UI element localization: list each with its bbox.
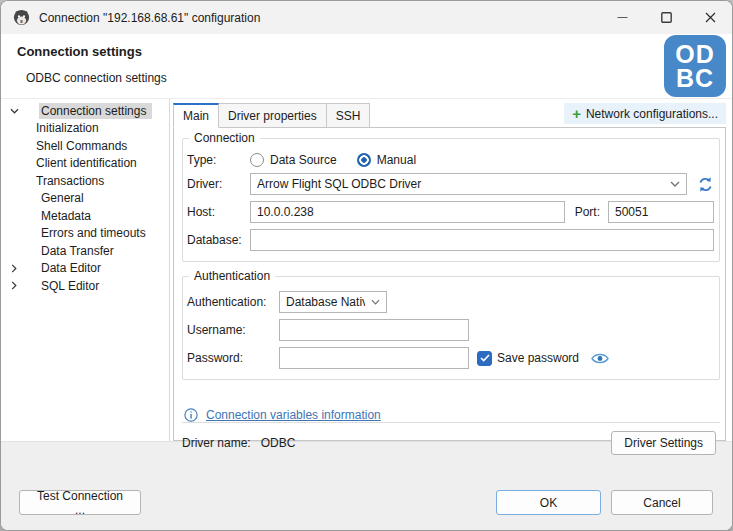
data-source-radio[interactable]: Data Source — [250, 153, 337, 167]
sidebar-item-label: Shell Commands — [34, 138, 133, 154]
password-label: Password: — [187, 351, 279, 365]
port-input[interactable] — [608, 201, 714, 223]
chevron-right-icon — [7, 264, 21, 273]
window-title: Connection "192.168.68.61" configuration — [39, 11, 260, 25]
minimize-icon — [617, 12, 628, 23]
sidebar-item-label: Transactions — [34, 173, 110, 189]
driver-name-row: Driver name: ODBC Driver Settings — [182, 422, 720, 463]
driver-name-label: Driver name: — [182, 436, 251, 450]
sidebar-item-label: Data Editor — [39, 260, 107, 276]
maximize-button[interactable] — [644, 1, 688, 34]
dbeaver-app-icon — [13, 9, 30, 26]
type-label: Type: — [187, 153, 250, 167]
info-icon — [184, 408, 198, 422]
password-input[interactable] — [279, 347, 469, 369]
close-icon — [705, 12, 716, 23]
refresh-driver-icon[interactable] — [697, 176, 714, 193]
network-configurations-label: Network configurations... — [586, 107, 718, 121]
radio-circle-icon — [357, 153, 371, 167]
cancel-button[interactable]: Cancel — [611, 490, 713, 515]
manual-radio-label: Manual — [377, 153, 416, 167]
sidebar-item-label: Errors and timeouts — [39, 225, 152, 241]
page-subtitle: ODBC connection settings — [26, 71, 167, 85]
sidebar-item-errors-and-timeouts[interactable]: Errors and timeouts — [1, 225, 169, 243]
sidebar-item-label: Metadata — [39, 208, 97, 224]
authentication-label: Authentication: — [187, 295, 279, 309]
ok-button[interactable]: OK — [496, 490, 601, 515]
tab-bar: MainDriver propertiesSSH + Network confi… — [173, 101, 726, 127]
chevron-down-icon — [371, 299, 380, 305]
host-input[interactable] — [250, 201, 565, 223]
tab-driver-properties[interactable]: Driver properties — [219, 103, 327, 128]
sidebar-item-label: Client identification — [34, 155, 143, 171]
odbc-logo: OD BC — [664, 35, 726, 97]
sidebar-item-label: Connection settings — [39, 103, 152, 119]
odbc-logo-line1: OD — [675, 42, 715, 66]
authentication-combobox[interactable]: Database Native — [279, 291, 387, 313]
plus-icon: + — [572, 106, 581, 121]
sidebar-item-general[interactable]: General — [1, 190, 169, 208]
maximize-icon — [661, 12, 672, 23]
username-input[interactable] — [279, 319, 469, 341]
connection-configuration-dialog: Connection "192.168.68.61" configuration… — [0, 0, 733, 531]
authentication-combobox-value: Database Native — [286, 295, 365, 309]
sidebar-item-label: General — [39, 190, 90, 206]
sidebar-item-data-transfer[interactable]: Data Transfer — [1, 242, 169, 260]
title-bar: Connection "192.168.68.61" configuration — [1, 1, 732, 34]
authentication-group-legend: Authentication — [189, 269, 275, 283]
sidebar-item-client-identification[interactable]: Client identification — [1, 155, 169, 173]
database-input[interactable] — [250, 229, 714, 251]
sidebar-item-connection-settings[interactable]: Connection settings — [1, 102, 169, 120]
driver-settings-button[interactable]: Driver Settings — [611, 431, 716, 455]
chevron-right-icon — [7, 281, 21, 290]
main-tab-panel: Connection Type: Data Source Manual — [173, 127, 726, 441]
main-content: MainDriver propertiesSSH + Network confi… — [170, 99, 732, 441]
check-icon — [480, 354, 490, 362]
sidebar-item-sql-editor[interactable]: SQL Editor — [1, 277, 169, 295]
sidebar-item-initialization[interactable]: Initialization — [1, 120, 169, 138]
host-label: Host: — [187, 205, 250, 219]
variables-link-row: Connection variables information — [184, 408, 720, 422]
sidebar-item-shell-commands[interactable]: Shell Commands — [1, 137, 169, 155]
odbc-logo-line2: BC — [676, 66, 714, 90]
connection-group: Connection Type: Data Source Manual — [182, 138, 720, 262]
sidebar-item-label: Initialization — [34, 120, 105, 136]
settings-tree: Connection settingsInitializationShell C… — [1, 99, 170, 441]
radio-circle-icon — [250, 153, 264, 167]
sidebar-item-label: SQL Editor — [39, 278, 105, 294]
minimize-button[interactable] — [600, 1, 644, 34]
driver-name-value: ODBC — [261, 436, 296, 450]
close-button[interactable] — [688, 1, 732, 34]
dialog-header: Connection settings ODBC connection sett… — [1, 34, 732, 99]
page-title: Connection settings — [17, 44, 142, 59]
connection-variables-link[interactable]: Connection variables information — [206, 408, 381, 422]
data-source-radio-label: Data Source — [270, 153, 337, 167]
test-connection-button[interactable]: Test Connection ... — [19, 490, 141, 515]
network-configurations-button[interactable]: + Network configurations... — [564, 103, 726, 124]
sidebar-item-transactions[interactable]: Transactions — [1, 172, 169, 190]
save-password-label: Save password — [497, 351, 579, 365]
database-label: Database: — [187, 233, 250, 247]
show-password-eye-icon[interactable] — [591, 352, 609, 365]
driver-label: Driver: — [187, 177, 250, 191]
authentication-group: Authentication Authentication: Database … — [182, 276, 720, 380]
driver-combobox-value: Arrow Flight SQL ODBC Driver — [257, 177, 664, 191]
connection-group-legend: Connection — [189, 131, 260, 145]
sidebar-item-label: Data Transfer — [39, 243, 120, 259]
save-password-checkbox[interactable] — [477, 351, 492, 366]
port-label: Port: — [575, 205, 600, 219]
sidebar-item-data-editor[interactable]: Data Editor — [1, 260, 169, 278]
manual-radio[interactable]: Manual — [357, 153, 416, 167]
username-label: Username: — [187, 323, 279, 337]
driver-combobox[interactable]: Arrow Flight SQL ODBC Driver — [250, 173, 687, 195]
tab-ssh[interactable]: SSH — [327, 103, 371, 128]
chevron-down-icon — [7, 108, 21, 114]
sidebar-item-metadata[interactable]: Metadata — [1, 207, 169, 225]
chevron-down-icon — [670, 181, 680, 187]
tab-main[interactable]: Main — [173, 103, 219, 128]
